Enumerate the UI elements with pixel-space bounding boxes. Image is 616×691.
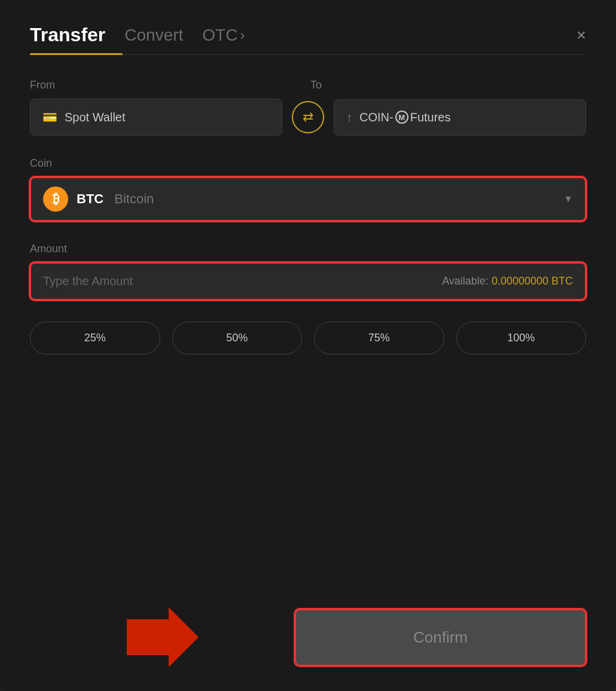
amount-label: Amount	[30, 243, 586, 255]
amount-section: Amount Available: 0.00000000 BTC	[30, 243, 586, 300]
pct-25-button[interactable]: 25%	[30, 322, 160, 354]
transfer-modal: Transfer Convert OTC › × From To 💳 Spot …	[0, 0, 616, 691]
swap-button[interactable]: ⇄	[292, 101, 324, 133]
futures-m-badge: M	[395, 111, 408, 124]
arrow-indicator	[30, 607, 295, 667]
pct-50-button[interactable]: 50%	[172, 322, 303, 354]
close-button[interactable]: ×	[577, 27, 586, 44]
svg-marker-0	[127, 607, 199, 667]
coin-symbol: BTC	[77, 191, 103, 207]
futures-label: COIN-M Futures	[359, 111, 450, 124]
amount-input[interactable]	[43, 274, 308, 288]
modal-header: Transfer Convert OTC › ×	[30, 24, 586, 46]
swap-icon: ⇄	[303, 109, 313, 125]
from-to-section: From To 💳 Spot Wallet ⇄ ↑ COIN-M Futures	[30, 79, 586, 136]
coin-chevron-icon: ▼	[563, 194, 573, 204]
from-to-inputs: 💳 Spot Wallet ⇄ ↑ COIN-M Futures	[30, 99, 586, 136]
from-to-labels: From To	[30, 79, 586, 91]
coin-label: Coin	[30, 157, 586, 170]
pct-100-button[interactable]: 100%	[456, 322, 587, 354]
tab-transfer[interactable]: Transfer	[30, 24, 105, 46]
from-wallet-selector[interactable]: 💳 Spot Wallet	[30, 99, 282, 136]
amount-box: Available: 0.00000000 BTC	[30, 262, 586, 300]
percentage-buttons-row: 25% 50% 75% 100%	[30, 322, 586, 354]
spot-wallet-label: Spot Wallet	[65, 111, 126, 124]
coin-section: Coin ₿ BTC Bitcoin ▼	[30, 157, 586, 221]
tab-underline-row	[30, 53, 586, 55]
to-label: To	[306, 79, 586, 91]
from-label: From	[30, 79, 306, 91]
bottom-area: Confirm	[30, 595, 586, 667]
tab-otc[interactable]: OTC ›	[202, 26, 245, 45]
wallet-icon: 💳	[42, 110, 57, 124]
coin-name: Bitcoin	[114, 191, 154, 207]
confirm-button[interactable]: Confirm	[295, 609, 586, 666]
futures-icon: ↑	[346, 111, 352, 124]
red-arrow-icon	[127, 607, 199, 667]
coin-selector[interactable]: ₿ BTC Bitcoin ▼	[30, 177, 586, 221]
tab-convert[interactable]: Convert	[124, 26, 183, 45]
to-wallet-selector[interactable]: ↑ COIN-M Futures	[334, 99, 586, 136]
available-text: Available: 0.00000000 BTC	[442, 275, 573, 288]
pct-75-button[interactable]: 75%	[314, 322, 444, 354]
available-amount: 0.00000000 BTC	[492, 275, 573, 287]
otc-chevron-icon: ›	[240, 27, 245, 44]
active-tab-indicator	[30, 53, 123, 55]
btc-icon: ₿	[43, 186, 68, 212]
